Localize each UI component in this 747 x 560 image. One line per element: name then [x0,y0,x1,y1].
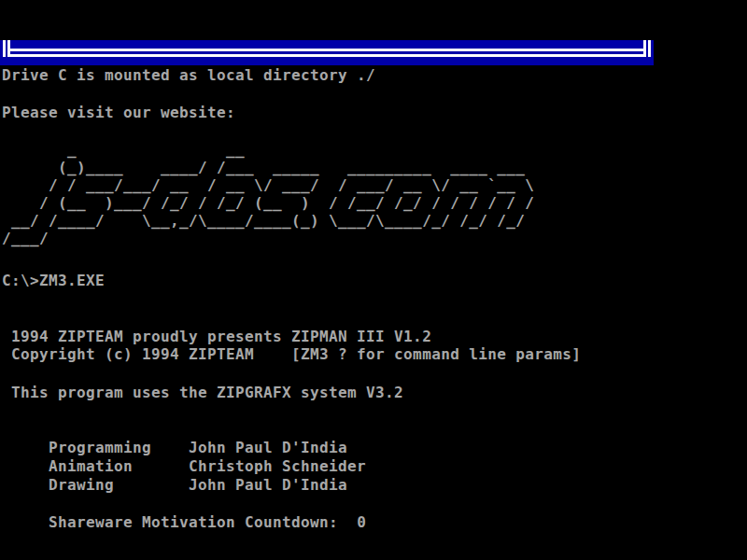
website-message: Please visit our website: [2,104,235,121]
shareware-countdown: Shareware Motivation Countdown: 0 [2,496,366,549]
credit-name: John Paul D'India [189,476,347,494]
border-corner-right-outer [648,40,651,57]
border-corner-left-inner [7,40,10,57]
dos-screen[interactable]: Drive C is mounted as local directory ./… [0,0,747,560]
command-prompt: C:\>ZM3.EXE [2,272,105,289]
zipman-banner: 1994 ZIPTEAM proudly presents ZIPMAN III… [2,328,581,363]
credit-role: Drawing [39,476,189,494]
dialog-bottom-border [0,40,654,65]
countdown-value: 0 [357,513,366,531]
countdown-label: Shareware Motivation Countdown: [39,513,357,531]
border-corner-left-outer [3,40,6,57]
jsdos-ascii-logo: _ __ (_)____ ____/ /___ _____ _________ … [2,141,534,247]
border-corner-right-inner [643,40,646,57]
mount-message: Drive C is mounted as local directory ./ [2,66,375,84]
border-line-lower [9,54,644,57]
border-line-upper [9,49,644,51]
zipgrafx-message: This program uses the ZIPGRAFX system V3… [2,384,403,401]
